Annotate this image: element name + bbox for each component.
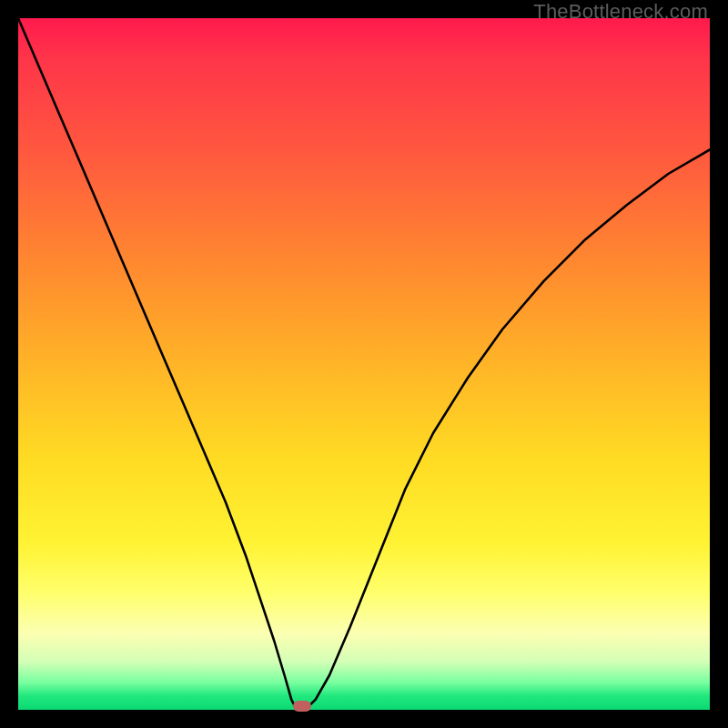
bottleneck-curve bbox=[18, 18, 710, 710]
chart-frame: TheBottleneck.com bbox=[0, 0, 728, 728]
plot-area bbox=[18, 18, 710, 710]
minimum-marker bbox=[293, 701, 311, 712]
